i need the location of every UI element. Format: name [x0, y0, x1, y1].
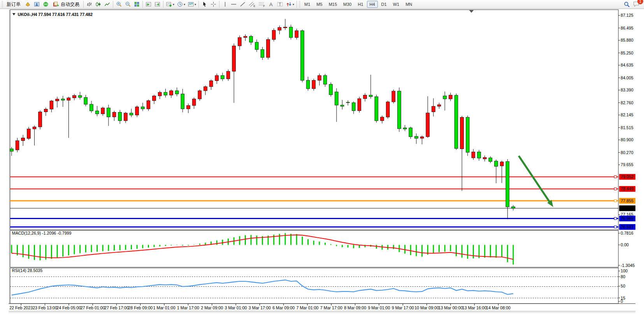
- candle: [107, 108, 111, 117]
- tile-windows-icon[interactable]: [132, 0, 141, 8]
- svg-text:27 Feb 01:00: 27 Feb 01:00: [81, 305, 105, 310]
- candle: [153, 96, 156, 100]
- svg-text:1 Mar 01:00: 1 Mar 01:00: [153, 305, 175, 310]
- candle: [135, 107, 139, 115]
- candle: [101, 108, 105, 114]
- time-axis: 22 Feb 202323 Feb 13:0024 Feb 05:0027 Fe…: [9, 303, 635, 313]
- candle: [432, 106, 435, 112]
- candle: [375, 96, 378, 121]
- candle: [124, 113, 127, 121]
- timeframe-button-m5[interactable]: M5: [314, 1, 325, 8]
- svg-text:13 Mar 00:00: 13 Mar 00:00: [438, 305, 463, 310]
- svg-text:10 Mar 09:00: 10 Mar 09:00: [414, 305, 439, 310]
- dropdown-caret: ▾: [184, 3, 185, 6]
- candle: [284, 27, 287, 28]
- candle: [238, 37, 241, 46]
- candle: [477, 152, 481, 158]
- svg-text:80.900: 80.900: [621, 137, 633, 142]
- chart-canvas[interactable]: 87.12586.49585.88085.25084.63584.00583.3…: [0, 9, 644, 321]
- candle: [118, 112, 122, 121]
- candle: [215, 75, 219, 81]
- candle: [403, 128, 407, 129]
- zoom-in-icon[interactable]: [114, 0, 123, 8]
- svg-text:78.449: 78.449: [621, 186, 633, 191]
- timeframe-button-mn[interactable]: MN: [403, 1, 415, 8]
- new-order-button[interactable]: 新订单: [4, 0, 23, 8]
- candle: [369, 95, 372, 96]
- svg-text:2 Mar 09:00: 2 Mar 09:00: [201, 305, 223, 310]
- svg-text:MACD(12,26,9) -1.2096 -0.7999: MACD(12,26,9) -1.2096 -0.7999: [12, 231, 72, 235]
- vertical-line-icon[interactable]: [221, 0, 229, 8]
- toolbar-separator: [113, 1, 113, 8]
- candle: [415, 136, 418, 138]
- timeframe-button-m1[interactable]: M1: [302, 1, 313, 8]
- price-badges: 79.05278.44977.85577.48276.96976.547: [619, 174, 635, 230]
- svg-text:A: A: [269, 2, 273, 7]
- candle: [21, 138, 25, 140]
- svg-text:80: 80: [621, 274, 625, 279]
- timeframe-button-m30[interactable]: M30: [340, 1, 354, 8]
- candlestick-chart-icon[interactable]: [94, 0, 103, 8]
- status-strip: [9, 311, 635, 313]
- svg-text:0.00: 0.00: [621, 242, 629, 247]
- timeframe-button-h1[interactable]: H1: [355, 1, 366, 8]
- candle: [381, 117, 384, 121]
- svg-text:77.855: 77.855: [621, 198, 633, 203]
- zoom-out-icon[interactable]: [123, 0, 132, 8]
- cursor-icon[interactable]: [200, 0, 209, 8]
- autotrading-button[interactable]: 自动交易: [50, 0, 82, 8]
- candle: [306, 80, 310, 89]
- horizontal-line-icon[interactable]: [229, 0, 238, 8]
- search-icon[interactable]: [622, 0, 632, 8]
- navigator-icon[interactable]: [32, 0, 41, 8]
- text-label-icon[interactable]: T: [275, 0, 284, 8]
- candle: [187, 105, 190, 109]
- timeframe-button-m15[interactable]: M15: [326, 1, 340, 8]
- trendline-icon[interactable]: [238, 0, 247, 8]
- candle: [33, 127, 36, 129]
- candle: [27, 129, 30, 139]
- autotrading-label: 自动交易: [61, 1, 79, 8]
- hline-anchor: [614, 200, 616, 202]
- indicators-button[interactable]: ▾: [165, 0, 175, 8]
- svg-text:50: 50: [621, 284, 625, 288]
- svg-text:6 Mar 09:00: 6 Mar 09:00: [272, 305, 295, 310]
- timeframe-button-w1[interactable]: W1: [390, 1, 402, 8]
- candle: [44, 109, 47, 112]
- svg-text:1 Mar 17:00: 1 Mar 17:00: [177, 305, 199, 310]
- fibonacci-icon[interactable]: F: [257, 0, 267, 8]
- toolbar-separator: [83, 1, 84, 8]
- candle: [84, 98, 88, 104]
- equidistant-channel-icon[interactable]: E: [247, 0, 257, 8]
- cascade-charts-icon[interactable]: [153, 0, 162, 8]
- text-icon[interactable]: A: [267, 0, 275, 8]
- timeframe-button-d1[interactable]: D1: [379, 1, 390, 8]
- candle: [386, 102, 390, 117]
- periods-button[interactable]: ▾: [175, 0, 186, 8]
- market-watch-icon[interactable]: [23, 0, 32, 8]
- candle: [232, 46, 236, 71]
- svg-text:23 Feb 13:00: 23 Feb 13:00: [33, 305, 57, 310]
- timeframe-button-h4[interactable]: H4: [367, 1, 378, 8]
- notifications-button[interactable]: 1: [632, 0, 641, 9]
- candle: [454, 95, 458, 149]
- arrange-charts-icon[interactable]: [144, 0, 153, 8]
- arrows-shapes-button[interactable]: ▾: [284, 0, 295, 8]
- candle: [318, 75, 321, 80]
- signals-icon[interactable]: [41, 0, 50, 8]
- candle: [437, 105, 441, 106]
- candle: [295, 31, 298, 37]
- svg-text:24 Feb 05:00: 24 Feb 05:00: [56, 305, 81, 310]
- templates-button[interactable]: ▾: [186, 0, 197, 8]
- hline-anchor: [614, 188, 616, 190]
- crosshair-icon[interactable]: [209, 0, 218, 8]
- svg-text:T: T: [279, 2, 281, 7]
- candle: [449, 95, 452, 99]
- svg-text:85.250: 85.250: [621, 51, 633, 55]
- svg-text:79.052: 79.052: [621, 174, 633, 179]
- dropdown-caret: ▾: [195, 3, 196, 6]
- svg-text:27 Feb 17:00: 27 Feb 17:00: [104, 305, 129, 310]
- svg-text:0: 0: [621, 299, 623, 303]
- line-chart-icon[interactable]: [103, 0, 112, 8]
- bar-chart-icon[interactable]: [85, 0, 94, 8]
